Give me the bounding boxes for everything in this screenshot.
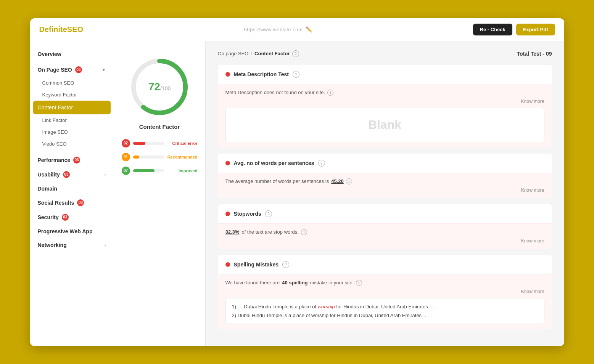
- avg-body-text: The average number of words per sentence…: [225, 178, 544, 184]
- spelling-prefix: We have found there are: [225, 280, 280, 285]
- stop-know-more[interactable]: Know more: [225, 238, 544, 244]
- score-panel: 72/100 Content Factor 02 Critical error …: [114, 41, 206, 346]
- sidebar-item-domain[interactable]: Domain: [30, 182, 114, 196]
- sidebar-sub-viedo-seo[interactable]: Viedo SEO: [30, 138, 114, 150]
- networking-chevron: ›: [105, 243, 106, 247]
- avg-words-title: Avg. no of words per sentences: [234, 160, 314, 166]
- sidebar-sub-link-factor[interactable]: Link Factor: [30, 114, 114, 126]
- stop-suffix: of the text are stop words.: [241, 229, 299, 235]
- meta-body-text: Meta Description does not found on your …: [225, 90, 544, 96]
- breadcrumb-help-icon[interactable]: ?: [292, 50, 299, 57]
- avg-know-more[interactable]: Know more: [225, 188, 544, 193]
- recheck-button[interactable]: Re - Check: [473, 24, 512, 35]
- test-body-meta: Meta Description does not found on your …: [218, 84, 552, 148]
- breadcrumb: On page SEO / Content Factor ? Total Tes…: [218, 50, 552, 57]
- logo-colored: SEO: [67, 25, 83, 34]
- pwa-label: Progressive Web App: [38, 228, 93, 234]
- sidebar-item-usability[interactable]: Usability 03 ›: [30, 167, 114, 182]
- spelling-title: Spelling Mistakes: [234, 261, 278, 268]
- meta-info-icon[interactable]: ℹ: [327, 90, 333, 96]
- stopwords-title: Stopwords: [234, 211, 261, 217]
- test-header-stop: Stopwords ?: [218, 204, 552, 223]
- recommended-bar: [133, 156, 139, 159]
- spelling-list: 1) … Dubai Hindu Temple is a place of wo…: [225, 298, 544, 324]
- sidebar-sub-keyword-factor[interactable]: Keyword Factor: [30, 89, 114, 101]
- recommended-bar-wrap: [133, 156, 164, 159]
- avg-info-icon[interactable]: ℹ: [346, 178, 352, 184]
- on-page-seo-label: On Page SEO: [38, 67, 72, 73]
- sidebar-item-on-page-seo[interactable]: On Page SEO 03 ▼: [30, 63, 114, 77]
- test-card-avg-words: Avg. no of words per sentences ? The ave…: [218, 154, 552, 198]
- stat-row-critical: 02 Critical error: [122, 139, 198, 148]
- sidebar-item-overview[interactable]: Overview: [30, 47, 114, 61]
- test-status-dot-avg: [225, 161, 230, 165]
- header-actions: Re - Check Export Pdf: [473, 24, 555, 35]
- on-page-seo-chevron: ▼: [102, 67, 106, 72]
- spelling-body-text: We have found there are 40 spelling mist…: [225, 280, 544, 286]
- test-header-spelling: Spelling Mistakes ?: [218, 255, 552, 274]
- avg-prefix: The average number of words per sentence…: [225, 178, 329, 184]
- breadcrumb-part1: On page SEO: [218, 51, 249, 56]
- critical-badge: 02: [122, 139, 130, 148]
- test-status-dot-spelling: [225, 262, 230, 267]
- sidebar-item-performance[interactable]: Performance 03: [30, 153, 114, 167]
- sidebar-sub-content-factor[interactable]: Content Factor: [33, 101, 111, 114]
- avg-help-icon[interactable]: ?: [318, 160, 325, 167]
- domain-label: Domain: [38, 186, 57, 192]
- security-label: Security: [38, 214, 59, 220]
- avg-value: 45.20: [331, 178, 344, 184]
- stop-value: 32.3%: [225, 229, 240, 235]
- security-badge: 03: [62, 214, 69, 221]
- critical-bar-wrap: [133, 142, 164, 145]
- test-body-spelling: We have found there are 40 spelling mist…: [218, 274, 552, 329]
- edit-icon[interactable]: ✏️: [306, 26, 312, 32]
- networking-label: Networking: [38, 242, 67, 248]
- score-label: Content Factor: [139, 123, 180, 130]
- usability-badge: 03: [63, 171, 70, 178]
- spelling-list-item-2: 2) Dubai Hindu Temple is a place of wors…: [232, 311, 538, 320]
- stat-row-recommended: 01 Recommended: [122, 153, 198, 161]
- meta-blank-box: Blank: [225, 108, 544, 142]
- url-bar: https://www.website.com ✏️: [89, 26, 467, 32]
- app-window: DefiniteSEO https://www.website.com ✏️ R…: [30, 18, 564, 346]
- test-status-dot: [225, 72, 230, 77]
- stat-row-improved: 07 Improved: [122, 167, 198, 175]
- sidebar-item-networking[interactable]: Networking ›: [30, 238, 114, 252]
- test-body-avg: The average number of words per sentence…: [218, 173, 552, 198]
- improved-badge: 07: [122, 167, 130, 175]
- test-card-stopwords: Stopwords ? 32.3% of the text are stop w…: [218, 204, 552, 249]
- sidebar-sub-common-seo[interactable]: Common SEO: [30, 77, 114, 89]
- spelling-info-icon[interactable]: ℹ: [356, 280, 362, 286]
- breadcrumb-sep: /: [251, 51, 252, 56]
- usability-label: Usability: [38, 172, 60, 178]
- sidebar-sub-image-seo[interactable]: Image SEO: [30, 126, 114, 138]
- critical-bar: [133, 142, 145, 145]
- social-results-label: Social Results: [38, 200, 74, 206]
- stop-info-icon[interactable]: ℹ: [301, 229, 307, 235]
- meta-help-icon[interactable]: ?: [293, 71, 299, 78]
- main-content: On page SEO / Content Factor ? Total Tes…: [206, 41, 564, 346]
- improved-bar: [133, 169, 155, 172]
- on-page-seo-badge: 03: [75, 66, 82, 73]
- test-body-stop: 32.3% of the text are stop words. ℹ Know…: [218, 223, 552, 249]
- sidebar-item-progressive-web-app[interactable]: Progressive Web App: [30, 224, 114, 238]
- sidebar-item-social-results[interactable]: Social Results 03: [30, 196, 114, 210]
- test-card-spelling: Spelling Mistakes ? We have found there …: [218, 255, 552, 329]
- meta-description-title: Meta Description Test: [234, 71, 289, 77]
- url-text: https://www.website.com: [244, 27, 303, 32]
- logo-normal: Definite: [39, 25, 67, 34]
- performance-badge: 03: [73, 157, 80, 164]
- performance-label: Performance: [38, 157, 71, 163]
- meta-know-more[interactable]: Know more: [225, 99, 544, 104]
- export-button[interactable]: Export Pdf: [516, 24, 555, 35]
- test-status-dot-stop: [225, 212, 230, 216]
- score-circle: 72/100: [129, 56, 190, 117]
- test-card-meta-description: Meta Description Test ? Meta Description…: [218, 65, 552, 148]
- sidebar-item-security[interactable]: Security 03: [30, 210, 114, 224]
- stop-help-icon[interactable]: ?: [265, 210, 272, 217]
- spelling-know-more[interactable]: Know more: [225, 289, 544, 294]
- stop-body-text: 32.3% of the text are stop words. ℹ: [225, 229, 544, 235]
- spelling-suffix: mistake in your site.: [310, 280, 354, 285]
- spell-link-1: worship: [318, 304, 335, 309]
- spelling-help-icon[interactable]: ?: [282, 261, 289, 268]
